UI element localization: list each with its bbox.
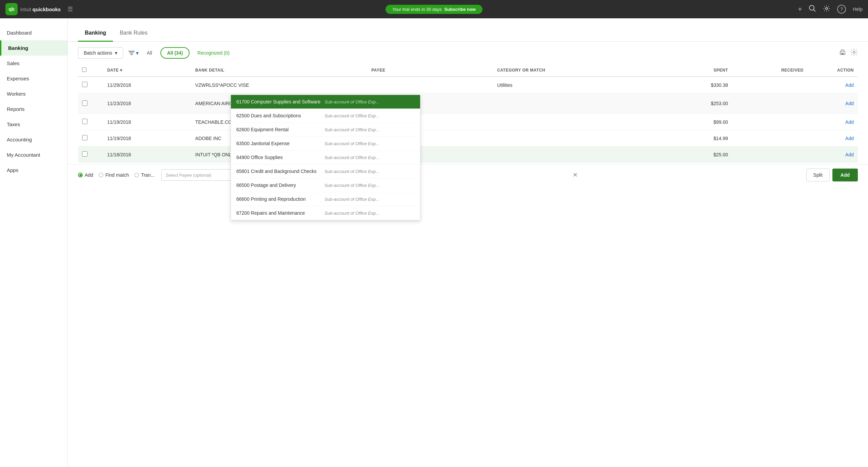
dropdown-item-6[interactable]: 66500 Postage and Delivery Sub-account o… (231, 178, 420, 192)
dropdown-item-7[interactable]: 66600 Printing and Reproduction Sub-acco… (231, 192, 420, 206)
dropdown-item-2[interactable]: 62600 Equipment Rental Sub-account of Of… (231, 123, 420, 137)
filter-tab-all[interactable]: All (34) (160, 47, 190, 59)
sidebar-item-label: Taxes (7, 121, 20, 127)
table-settings-icon[interactable] (850, 48, 858, 58)
close-bottom-panel-button[interactable]: ✕ (573, 171, 578, 179)
row-add-button[interactable]: Add (845, 101, 854, 106)
sidebar: Dashboard Banking Sales Expenses Workers… (0, 18, 68, 467)
sidebar-item-my-accountant[interactable]: My Accountant (0, 147, 67, 162)
main-content: Banking Bank Rules Batch actions ▾ ▾ All (68, 18, 868, 467)
hamburger-icon[interactable]: ☰ (67, 5, 73, 13)
dropdown-item-sub: Sub-account of Office Exp... (324, 211, 379, 216)
date-sort-icon: ▾ (120, 68, 122, 73)
search-icon[interactable] (809, 5, 816, 14)
sidebar-item-apps[interactable]: Apps (0, 162, 67, 178)
row-date: 11/19/2018 (103, 130, 191, 147)
th-payee: PAYEE (367, 64, 493, 77)
tab-banking[interactable]: Banking (78, 25, 113, 42)
sidebar-item-reports[interactable]: Reports (0, 101, 67, 117)
svg-point-11 (853, 51, 855, 53)
row-checkbox[interactable] (82, 151, 87, 157)
batch-actions-chevron-icon: ▾ (115, 50, 117, 56)
table-row: 11/19/2018 TEACHABLE.COM $99.00 Add (78, 114, 858, 130)
sidebar-item-sales[interactable]: Sales (0, 56, 67, 71)
split-button[interactable]: Split (806, 169, 830, 181)
row-checkbox[interactable] (82, 135, 87, 140)
sidebar-item-expenses[interactable]: Expenses (0, 71, 67, 86)
tab-bank-rules[interactable]: Bank Rules (113, 25, 154, 42)
dropdown-item-8[interactable]: 67200 Repairs and Maintenance Sub-accoun… (231, 206, 420, 220)
settings-icon[interactable] (823, 5, 830, 14)
sidebar-item-label: Expenses (7, 76, 29, 81)
radio-transfer-label: Tran... (141, 172, 155, 178)
dropdown-item-sub: Sub-account of Office Exp... (324, 113, 379, 118)
dropdown-item-sub: Sub-account of Office Exp... (324, 99, 379, 104)
filter-tab-recognized[interactable]: Recognized (0) (191, 47, 236, 59)
app-title: intuit quickbooks (20, 6, 61, 12)
trial-banner: Your trial ends in 30 days Subscribe now (386, 5, 482, 14)
sidebar-item-workers[interactable]: Workers (0, 86, 67, 101)
top-nav: qb intuit quickbooks ☰ Your trial ends i… (0, 0, 868, 18)
print-icon[interactable] (839, 48, 846, 58)
row-received (732, 93, 808, 114)
sidebar-item-dashboard[interactable]: Dashboard (0, 25, 67, 40)
app-body: Dashboard Banking Sales Expenses Workers… (0, 18, 868, 467)
radio-dot-transfer (134, 173, 139, 177)
dropdown-item-label: 64900 Office Supplies (236, 155, 324, 160)
sidebar-item-label: Apps (7, 167, 18, 173)
th-date[interactable]: DATE ▾ (103, 64, 191, 77)
radio-find-match[interactable]: Find match (99, 172, 129, 178)
row-received (732, 77, 808, 93)
radio-find-match-label: Find match (105, 172, 129, 178)
row-action-cell: Add (808, 130, 858, 147)
row-date: 11/19/2018 (103, 114, 191, 130)
row-date: 11/29/2018 (103, 77, 191, 93)
dropdown-item-4[interactable]: 64900 Office Supplies Sub-account of Off… (231, 151, 420, 164)
row-checkbox-cell (78, 77, 103, 93)
dropdown-item-sub: Sub-account of Office Exp... (324, 155, 379, 160)
dropdown-item-1[interactable]: 62500 Dues and Subscriptions Sub-account… (231, 109, 420, 123)
help-icon[interactable]: ? (837, 5, 846, 14)
category-dropdown: 61700 Computer Supplies and Software Sub… (231, 95, 420, 220)
all-label: All (147, 50, 152, 56)
row-spent: $25.00 (656, 147, 732, 163)
row-add-button[interactable]: Add (845, 136, 854, 141)
help-label[interactable]: Help (853, 6, 863, 12)
sidebar-item-taxes[interactable]: Taxes (0, 117, 67, 132)
row-checkbox-cell (78, 130, 103, 147)
radio-transfer[interactable]: Tran... (134, 172, 155, 178)
row-checkbox[interactable] (82, 82, 87, 87)
dropdown-item-label: 61700 Computer Supplies and Software (236, 99, 324, 104)
transactions-table: DATE ▾ BANK DETAIL PAYEE CATEGORY OR MAT… (78, 64, 858, 163)
sidebar-item-label: Banking (8, 45, 28, 51)
svg-rect-9 (841, 53, 844, 54)
filter-tabs: All (34) Recognized (0) (160, 47, 236, 59)
subscribe-button[interactable]: Subscribe now (445, 7, 476, 12)
row-checkbox[interactable] (82, 119, 87, 124)
filter-button[interactable]: ▾ (129, 50, 139, 56)
add-transaction-button[interactable]: Add (832, 169, 858, 181)
sidebar-item-accounting[interactable]: Accounting (0, 132, 67, 147)
batch-actions-button[interactable]: Batch actions ▾ (78, 47, 123, 59)
row-category (493, 147, 656, 163)
row-add-button[interactable]: Add (845, 152, 854, 157)
add-icon[interactable]: + (798, 5, 802, 13)
dropdown-item-5[interactable]: 65801 Credit and Background Checks Sub-a… (231, 164, 420, 178)
th-spent: SPENT (656, 64, 732, 77)
dropdown-item-0[interactable]: 61700 Computer Supplies and Software Sub… (231, 95, 420, 109)
radio-add[interactable]: Add (78, 172, 93, 178)
dropdown-item-3[interactable]: 63500 Janitorial Expense Sub-account of … (231, 137, 420, 151)
row-date: 11/23/2018 (103, 93, 191, 114)
row-checkbox-cell (78, 114, 103, 130)
dropdown-item-label: 65801 Credit and Background Checks (236, 169, 324, 174)
select-all-checkbox[interactable] (82, 67, 86, 72)
table-container: DATE ▾ BANK DETAIL PAYEE CATEGORY OR MAT… (68, 64, 868, 163)
svg-point-4 (826, 7, 828, 9)
row-checkbox[interactable] (82, 100, 87, 106)
radio-dot-add (78, 173, 83, 177)
sidebar-item-banking[interactable]: Banking (0, 40, 67, 56)
row-add-button[interactable]: Add (845, 82, 854, 88)
dropdown-item-sub: Sub-account of Office Exp... (324, 169, 379, 174)
row-add-button[interactable]: Add (845, 119, 854, 125)
th-category: CATEGORY OR MATCH (493, 64, 656, 77)
